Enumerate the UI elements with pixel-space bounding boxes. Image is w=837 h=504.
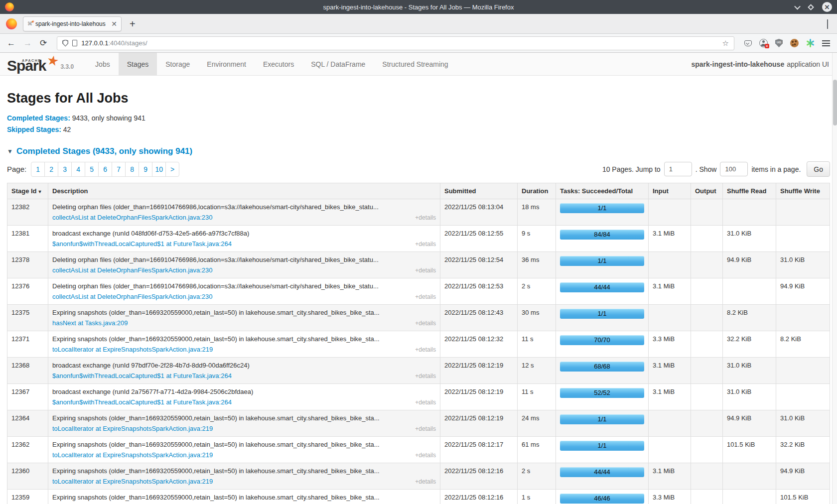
page-button-1[interactable]: 1	[31, 162, 45, 177]
back-button[interactable]: ←	[7, 39, 15, 47]
site-info-icon[interactable]	[72, 40, 77, 46]
column-header-shuffle-read[interactable]: Shuffle Read	[723, 183, 776, 199]
go-button[interactable]: Go	[807, 161, 830, 177]
description-second-line: hasNext at Tasks.java:209+details	[52, 319, 436, 327]
page-button-next[interactable]: >	[165, 162, 179, 177]
table-row: 12368broadcast exchange (runId 97bdf70e-…	[7, 358, 830, 384]
nav-item-environment[interactable]: Environment	[198, 53, 255, 75]
task-progress-bar: 84/84	[560, 230, 644, 240]
column-header-label: Input	[653, 187, 669, 195]
forward-button[interactable]: →	[23, 39, 32, 47]
shuffle-read-cell	[723, 490, 776, 504]
details-toggle[interactable]: +details	[415, 267, 436, 274]
page-scrollbar[interactable]	[832, 53, 837, 504]
stage-callsite-link[interactable]: toLocalIterator at ExpireSnapshotsSparkA…	[52, 478, 213, 485]
details-toggle[interactable]: +details	[415, 320, 436, 327]
tracking-protection-shield-icon[interactable]	[62, 40, 68, 47]
page-button-9[interactable]: 9	[139, 162, 152, 177]
duration-cell: 11 s	[518, 384, 556, 410]
bookmark-star-icon[interactable]: ☆	[722, 39, 729, 47]
column-header-description[interactable]: Description	[48, 183, 440, 199]
window-titlebar: spark-ingest-into-lakehouse - Stages for…	[0, 0, 837, 14]
nav-item-sql-dataframe[interactable]: SQL / DataFrame	[302, 53, 374, 75]
details-toggle[interactable]: +details	[415, 399, 436, 406]
column-header-tasks-succeeded-total[interactable]: Tasks: Succeeded/Total	[556, 183, 649, 199]
pocket-icon[interactable]	[744, 40, 752, 46]
stage-callsite-link[interactable]: collectAsList at DeleteOrphanFilesSparkA…	[52, 293, 213, 300]
ublock-origin-icon[interactable]: UO	[775, 39, 783, 47]
list-all-tabs-chevron-icon[interactable]	[827, 19, 831, 28]
cookie-extension-icon[interactable]	[790, 39, 799, 47]
details-toggle[interactable]: +details	[415, 214, 436, 221]
new-tab-button[interactable]: +	[130, 19, 136, 29]
column-header-output[interactable]: Output	[691, 183, 723, 199]
items-per-page-input[interactable]	[720, 162, 748, 176]
description-second-line: $anonfun$withThreadLocalCaptured$1 at Fu…	[52, 398, 436, 406]
restore-icon[interactable]	[808, 4, 814, 10]
completed-stages-section-header[interactable]: ▼ Completed Stages (9433, only showing 9…	[7, 146, 837, 156]
browser-tab[interactable]: ⌘★ spark-ingest-into-lakehous ✕	[23, 16, 122, 31]
completed-stages-link[interactable]: Completed Stages:	[7, 114, 70, 122]
column-header-label: Duration	[522, 187, 548, 195]
page-button-8[interactable]: 8	[125, 162, 139, 177]
shuffle-write-cell: 8.2 KiB	[776, 331, 830, 358]
page-button-10[interactable]: 10	[152, 162, 166, 177]
details-toggle[interactable]: +details	[415, 373, 436, 379]
asterisk-extension-icon[interactable]	[806, 39, 815, 47]
output-cell	[691, 199, 723, 226]
input-cell: 3.1 MiB	[649, 463, 691, 490]
details-toggle[interactable]: +details	[415, 241, 436, 248]
menu-icon[interactable]	[822, 40, 830, 46]
url-bar[interactable]: 127.0.0.1:4040/stages/ ☆	[57, 36, 734, 50]
page-title: Stages for All Jobs	[7, 91, 837, 106]
column-header-stage-id[interactable]: Stage Id▾	[7, 183, 48, 199]
page-button-5[interactable]: 5	[85, 162, 99, 177]
nav-item-stages[interactable]: Stages	[119, 53, 157, 75]
column-header-input[interactable]: Input	[649, 183, 691, 199]
reload-button[interactable]: ⟳	[40, 39, 47, 47]
details-toggle[interactable]: +details	[415, 478, 436, 485]
stage-callsite-link[interactable]: $anonfun$withThreadLocalCaptured$1 at Fu…	[52, 398, 232, 406]
stage-callsite-link[interactable]: $anonfun$withThreadLocalCaptured$1 at Fu…	[52, 372, 232, 379]
column-header-duration[interactable]: Duration	[518, 183, 556, 199]
details-toggle[interactable]: +details	[415, 293, 436, 300]
stage-callsite-link[interactable]: toLocalIterator at ExpireSnapshotsSparkA…	[52, 451, 213, 459]
stage-callsite-link[interactable]: toLocalIterator at ExpireSnapshotsSparkA…	[52, 425, 213, 432]
stage-callsite-link[interactable]: collectAsList at DeleteOrphanFilesSparkA…	[52, 266, 213, 274]
close-window-icon[interactable]: ✕	[822, 2, 832, 12]
nav-item-storage[interactable]: Storage	[157, 53, 198, 75]
stage-callsite-link[interactable]: toLocalIterator at ExpireSnapshotsSparkA…	[52, 346, 213, 353]
input-cell: 3.3 MiB	[649, 490, 691, 504]
nav-item-executors[interactable]: Executors	[255, 53, 302, 75]
task-progress-bar: 52/52	[560, 388, 644, 398]
url-text[interactable]: 127.0.0.1:4040/stages/	[81, 39, 718, 47]
nav-item-jobs[interactable]: Jobs	[87, 53, 119, 75]
show-text: . Show	[696, 165, 717, 173]
page-button-2[interactable]: 2	[44, 162, 58, 177]
nav-item-structured-streaming[interactable]: Structured Streaming	[374, 53, 456, 75]
skipped-stages-link[interactable]: Skipped Stages:	[7, 126, 61, 133]
stage-id-cell: 12360	[7, 463, 48, 490]
shuffle-read-cell	[723, 463, 776, 490]
page-button-3[interactable]: 3	[58, 162, 72, 177]
close-tab-icon[interactable]: ✕	[111, 20, 117, 27]
page-button-4[interactable]: 4	[71, 162, 85, 177]
minimize-icon[interactable]	[794, 3, 801, 9]
page-button-7[interactable]: 7	[112, 162, 126, 177]
jump-to-page-input[interactable]	[664, 162, 692, 176]
column-header-submitted[interactable]: Submitted	[440, 183, 518, 199]
column-header-shuffle-write[interactable]: Shuffle Write	[776, 183, 830, 199]
scrollbar-thumb[interactable]	[833, 80, 837, 126]
spark-logo[interactable]: APACHE Spark ★ 3.3.0	[0, 53, 78, 75]
details-toggle[interactable]: +details	[415, 346, 436, 353]
stage-callsite-link[interactable]: hasNext at Tasks.java:209	[52, 319, 128, 327]
account-icon[interactable]: ✕	[759, 39, 768, 47]
stage-callsite-link[interactable]: $anonfun$withThreadLocalCaptured$1 at Fu…	[52, 240, 232, 248]
stage-callsite-link[interactable]: collectAsList at DeleteOrphanFilesSparkA…	[52, 214, 213, 221]
input-cell	[649, 252, 691, 278]
stage-id-cell: 12359	[7, 490, 48, 504]
details-toggle[interactable]: +details	[415, 452, 436, 459]
shuffle-read-cell: 31.0 KiB	[723, 226, 776, 252]
details-toggle[interactable]: +details	[415, 425, 436, 432]
page-button-6[interactable]: 6	[98, 162, 112, 177]
